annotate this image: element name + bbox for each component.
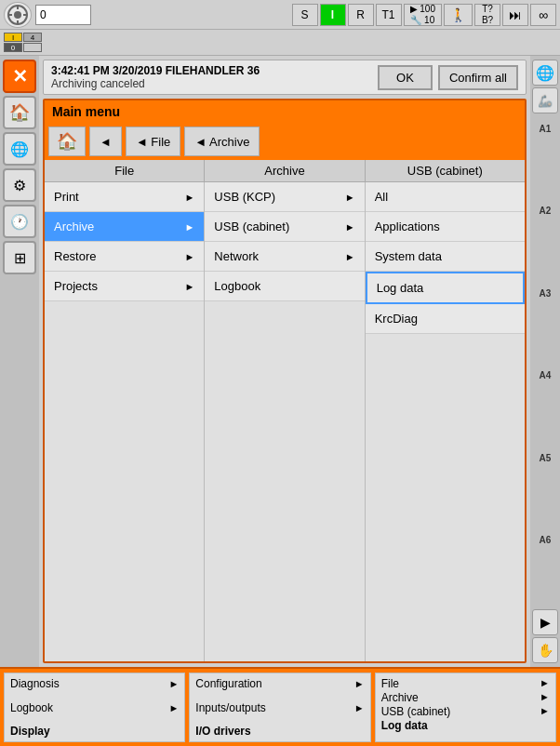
menu-item-krcdiag[interactable]: KrcDiag xyxy=(366,304,525,334)
menu-item-applications[interactable]: Applications xyxy=(366,212,525,242)
home-nav-button[interactable]: 🏠 xyxy=(48,127,86,156)
col-headers: File Archive USB (cabinet) xyxy=(45,160,525,182)
ok-button[interactable]: OK xyxy=(378,65,433,90)
right-play-button[interactable]: ▶ xyxy=(532,609,558,635)
display-label: Display xyxy=(10,725,50,738)
usb-cabinet-column: All Applications System data Log data Kr xyxy=(366,182,525,661)
mode-indicator-3: 0 xyxy=(4,43,22,52)
settings-icon[interactable]: ⚙ xyxy=(3,168,36,202)
menu-item-network[interactable]: Network ► xyxy=(205,242,364,272)
bc-usb-arrow: ► xyxy=(540,705,550,718)
bc-file-arrow: ► xyxy=(540,677,550,690)
right-icon-robot[interactable]: 🦾 xyxy=(532,87,558,113)
status-title: 3:42:41 PM 3/20/2019 FILEHANDLER 36 xyxy=(51,64,260,77)
menu-item-archive[interactable]: Archive ► xyxy=(45,212,204,242)
file-column: Print ► Archive ► Restore ► Projects xyxy=(45,182,205,661)
btn-r[interactable]: R xyxy=(348,4,374,26)
bc-archive-arrow: ► xyxy=(540,691,550,704)
mode-bar: I 4 0 xyxy=(0,30,560,56)
mode-indicator-4 xyxy=(23,43,42,52)
clock-icon[interactable]: 🕐 xyxy=(3,205,36,238)
status-bar: 3:42:41 PM 3/20/2019 FILEHANDLER 36 Arch… xyxy=(43,60,527,95)
close-button[interactable]: ✕ xyxy=(3,60,36,93)
projects-arrow: ► xyxy=(184,281,194,292)
bottom-panel-1: Diagnosis ► Logbook ► Display xyxy=(4,673,185,742)
menu-item-system-data[interactable]: System data xyxy=(366,242,525,272)
menu-item-logbook[interactable]: Logbook xyxy=(205,272,364,301)
home-button[interactable]: 🏠 xyxy=(3,96,36,129)
status-buttons: OK Confirm all xyxy=(378,65,518,90)
io-drivers-label: I/O drivers xyxy=(195,725,250,738)
left-sidebar: ✕ 🏠 🌐 ⚙ 🕐 ⊞ xyxy=(0,56,39,667)
restore-arrow: ► xyxy=(184,251,194,262)
right-icon-globe[interactable]: 🌐 xyxy=(532,60,558,86)
cols-content: Print ► Archive ► Restore ► Projects xyxy=(45,182,525,661)
bc-file: File xyxy=(381,677,399,690)
status-info: 3:42:41 PM 3/20/2019 FILEHANDLER 36 Arch… xyxy=(51,64,260,90)
menu-item-usb-cabinet[interactable]: USB (cabinet) ► xyxy=(205,212,364,242)
confirm-all-button[interactable]: Confirm all xyxy=(438,65,518,90)
back-nav-button[interactable]: ◄ xyxy=(89,127,122,156)
mode-indicator-2: 4 xyxy=(23,33,42,42)
status-message: Archiving canceled xyxy=(51,77,260,90)
right-label-a3: A3 xyxy=(532,280,558,306)
bottom-panel-2: Configuration ► Inputs/outputs ► I/O dri… xyxy=(189,673,370,742)
grid-icon[interactable]: ⊞ xyxy=(3,241,36,274)
right-label-a1: A1 xyxy=(532,115,558,141)
btn-speed[interactable]: ▶ 100🔧 10 xyxy=(404,4,442,26)
usb-cabinet-arrow: ► xyxy=(345,221,355,233)
menu-item-restore[interactable]: Restore ► xyxy=(45,242,204,272)
top-input[interactable] xyxy=(35,5,91,25)
mode-indicators: I 4 0 xyxy=(4,33,42,52)
menu-item-usb-kcp[interactable]: USB (KCP) ► xyxy=(205,182,364,212)
logbook-arrow: ► xyxy=(168,702,179,713)
archive-nav-button[interactable]: ◄ Archive xyxy=(184,127,260,156)
right-hand-button[interactable]: ✋ xyxy=(532,637,558,663)
globe-icon[interactable]: 🌐 xyxy=(3,132,36,166)
bc-usb: USB (cabinet) xyxy=(381,705,451,718)
mode-indicator-1: I xyxy=(4,33,22,42)
center-content: 3:42:41 PM 3/20/2019 FILEHANDLER 36 Arch… xyxy=(39,56,530,667)
configuration-label: Configuration xyxy=(195,677,261,690)
svg-point-1 xyxy=(14,11,21,19)
menu-item-print[interactable]: Print ► xyxy=(45,182,204,212)
logbook-label: Logbook xyxy=(10,701,53,714)
btn-walk[interactable]: 🚶 xyxy=(444,4,473,26)
right-label-a5: A5 xyxy=(532,445,558,471)
col-header-archive: Archive xyxy=(205,160,365,181)
bc-row-logdata: Log data xyxy=(381,719,550,732)
network-arrow: ► xyxy=(345,251,355,262)
right-label-a4: A4 xyxy=(532,363,558,389)
logo xyxy=(4,2,32,28)
breadcrumb-panel: File ► Archive ► USB (cabinet) ► Log dat… xyxy=(375,673,556,742)
col-header-file: File xyxy=(45,160,205,181)
print-arrow: ► xyxy=(184,192,194,203)
menu-item-all[interactable]: All xyxy=(366,182,525,212)
bottom-panel-1-row1: Diagnosis ► xyxy=(10,677,179,690)
bc-logdata: Log data xyxy=(381,719,428,732)
menu-item-projects[interactable]: Projects ► xyxy=(45,272,204,301)
bc-row-file: File ► xyxy=(381,677,550,690)
bc-row-archive: Archive ► xyxy=(381,691,550,704)
archive-arrow: ► xyxy=(184,221,194,233)
archive-column: USB (KCP) ► USB (cabinet) ► Network ► xyxy=(205,182,365,661)
configuration-arrow: ► xyxy=(354,678,365,689)
right-label-a2: A2 xyxy=(532,198,558,224)
btn-inf[interactable]: ∞ xyxy=(530,4,556,26)
right-label-a6: A6 xyxy=(532,527,558,553)
main-wrapper: ✕ 🏠 🌐 ⚙ 🕐 ⊞ 3:42:41 PM 3/20/2019 FILEHAN… xyxy=(0,56,560,667)
btn-tb[interactable]: T?B? xyxy=(474,4,500,26)
bottom-panel-1-row2: Logbook ► xyxy=(10,701,179,714)
btn-i[interactable]: I xyxy=(320,4,346,26)
columns-area: File Archive USB (cabinet) Print ► Archi… xyxy=(45,160,525,661)
diagnosis-arrow: ► xyxy=(168,678,179,689)
menu-item-log-data[interactable]: Log data xyxy=(366,272,525,304)
btn-t1[interactable]: T1 xyxy=(376,4,402,26)
btn-skip[interactable]: ⏭ xyxy=(502,4,528,26)
col-header-usb: USB (cabinet) xyxy=(366,160,525,181)
bottom-panel-2-row1: Configuration ► xyxy=(195,677,364,690)
file-nav-button[interactable]: ◄ File xyxy=(126,127,180,156)
menu-title: Main menu xyxy=(45,100,525,123)
bc-archive: Archive xyxy=(381,691,419,704)
btn-s[interactable]: S xyxy=(292,4,318,26)
